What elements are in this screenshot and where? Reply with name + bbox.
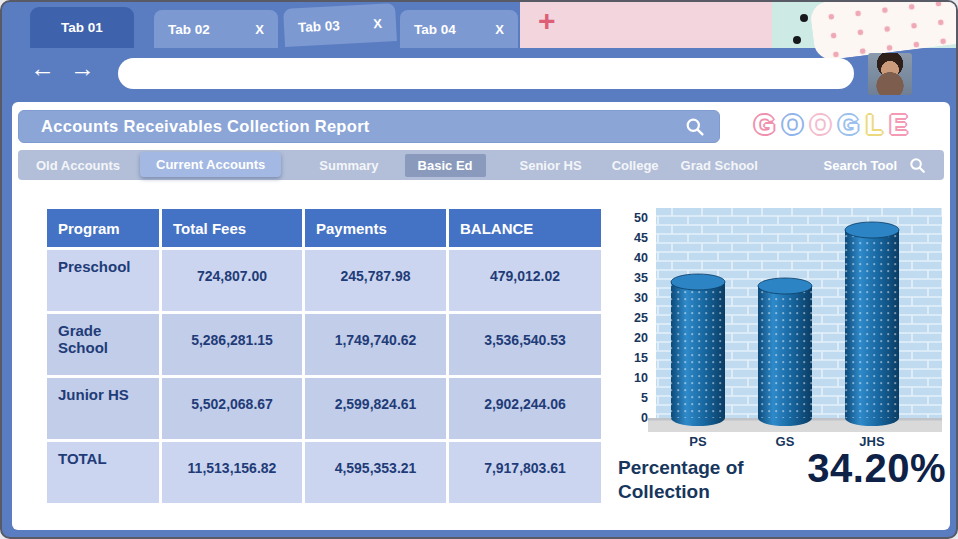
table-row total-row: TOTAL 11,513,156.82 4,595,353.21 7,917,8… bbox=[47, 442, 601, 503]
logo-letter: G bbox=[754, 110, 782, 140]
back-button[interactable]: ← bbox=[30, 56, 55, 81]
filter-current-accounts[interactable]: Current Accounts bbox=[140, 152, 281, 177]
table-header-cell: BALANCE bbox=[449, 209, 601, 247]
chart-ytick: 50 bbox=[634, 211, 648, 225]
payments-cell: 4,595,353.21 bbox=[305, 442, 446, 503]
program-cell: TOTAL bbox=[47, 442, 159, 503]
profile-avatar[interactable] bbox=[868, 53, 912, 95]
filter-grad-school[interactable]: Grad School bbox=[681, 158, 758, 173]
new-tab-button[interactable]: + bbox=[538, 4, 556, 38]
decor-dot bbox=[800, 14, 808, 22]
chart-bar bbox=[758, 278, 812, 426]
total-fees-cell: 5,502,068.67 bbox=[162, 378, 302, 439]
filter-old-accounts[interactable]: Old Accounts bbox=[36, 158, 120, 173]
decor-dot bbox=[793, 36, 801, 44]
content-card: Accounts Receivables Collection Report G… bbox=[12, 102, 950, 530]
data-table: Program Total Fees Payments BALANCE Pres… bbox=[44, 206, 604, 506]
balance-cell: 2,902,244.06 bbox=[449, 378, 601, 439]
filter-bar: Old Accounts Current Accounts Summary Ba… bbox=[18, 150, 944, 180]
report-title-bar: Accounts Receivables Collection Report bbox=[18, 110, 720, 143]
tab-label: Tab 04 bbox=[414, 22, 456, 37]
tab-label: Tab 03 bbox=[298, 18, 340, 35]
total-fees-cell: 5,286,281.15 bbox=[162, 314, 302, 375]
total-fees-cell: 724,807.00 bbox=[162, 250, 302, 311]
logo-letter: L bbox=[866, 110, 890, 140]
balance-cell: 3,536,540.53 bbox=[449, 314, 601, 375]
table-header-row: Program Total Fees Payments BALANCE bbox=[47, 209, 601, 247]
payments-cell: 245,787.98 bbox=[305, 250, 446, 311]
tab-close-icon[interactable]: X bbox=[373, 15, 382, 30]
chart-ytick: 15 bbox=[634, 351, 648, 365]
logo-letter: O bbox=[782, 110, 810, 140]
tab-label: Tab 01 bbox=[61, 20, 103, 35]
browser-window: + Tab 01 Tab 02 X Tab 03 X Tab 04 X ← → … bbox=[0, 0, 958, 539]
payments-cell: 2,599,824.61 bbox=[305, 378, 446, 439]
filter-basic-ed[interactable]: Basic Ed bbox=[405, 154, 486, 177]
google-logo: GOOGLE bbox=[754, 112, 915, 139]
table-header-cell: Program bbox=[47, 209, 159, 247]
logo-letter: G bbox=[838, 110, 866, 140]
filter-search-tool[interactable]: Search Tool bbox=[824, 158, 897, 173]
total-fees-cell: 11,513,156.82 bbox=[162, 442, 302, 503]
table-row: Grade School 5,286,281.15 1,749,740.62 3… bbox=[47, 314, 601, 375]
balance-cell: 479,012.02 bbox=[449, 250, 601, 311]
chart-ytick: 30 bbox=[634, 291, 648, 305]
program-cell: Junior HS bbox=[47, 378, 159, 439]
nav-bar: ← → bbox=[2, 48, 956, 100]
program-cell: Grade School bbox=[47, 314, 159, 375]
chart-ytick: 40 bbox=[634, 251, 648, 265]
balance-cell: 7,917,803.61 bbox=[449, 442, 601, 503]
tab-02[interactable]: Tab 02 X bbox=[154, 10, 278, 48]
table-row: Preschool 724,807.00 245,787.98 479,012.… bbox=[47, 250, 601, 311]
summary-label: Percentage of Collection bbox=[618, 456, 788, 504]
tab-strip: + Tab 01 Tab 02 X Tab 03 X Tab 04 X bbox=[2, 2, 956, 48]
forward-button[interactable]: → bbox=[70, 56, 95, 81]
chart-ytick: 0 bbox=[641, 411, 648, 425]
logo-letter: E bbox=[890, 110, 915, 140]
chart-bar bbox=[845, 222, 899, 426]
tab-label: Tab 02 bbox=[168, 22, 210, 37]
payments-cell: 1,749,740.62 bbox=[305, 314, 446, 375]
program-cell: Preschool bbox=[47, 250, 159, 311]
chart-ytick: 45 bbox=[634, 231, 648, 245]
decor-pink-panel bbox=[520, 2, 774, 48]
filter-senior-hs[interactable]: Senior HS bbox=[520, 158, 582, 173]
table-header-cell: Total Fees bbox=[162, 209, 302, 247]
filter-search-icon[interactable] bbox=[909, 157, 926, 174]
collection-bar-chart: 05101520253035404550PSGSJHS bbox=[620, 206, 942, 456]
page-title: Accounts Receivables Collection Report bbox=[19, 117, 370, 136]
tab-close-icon[interactable]: X bbox=[495, 22, 504, 37]
title-search-icon[interactable] bbox=[685, 117, 705, 137]
filter-summary[interactable]: Summary bbox=[319, 158, 378, 173]
chart-category-label: PS bbox=[689, 434, 707, 449]
tab-03[interactable]: Tab 03 X bbox=[283, 3, 397, 47]
chart-ytick: 5 bbox=[641, 391, 648, 405]
chart-ytick: 25 bbox=[634, 311, 648, 325]
tab-close-icon[interactable]: X bbox=[255, 22, 264, 37]
tab-01[interactable]: Tab 01 bbox=[30, 7, 134, 48]
logo-letter: O bbox=[810, 110, 838, 140]
chart-ytick: 10 bbox=[634, 371, 648, 385]
address-bar[interactable] bbox=[118, 58, 854, 89]
tab-04[interactable]: Tab 04 X bbox=[400, 10, 518, 48]
table-row: Junior HS 5,502,068.67 2,599,824.61 2,90… bbox=[47, 378, 601, 439]
table-header-cell: Payments bbox=[305, 209, 446, 247]
chart-ytick: 35 bbox=[634, 271, 648, 285]
filter-college[interactable]: College bbox=[612, 158, 659, 173]
chart-ytick: 20 bbox=[634, 331, 648, 345]
summary-value: 34.20% bbox=[770, 446, 946, 491]
chart-bar bbox=[671, 274, 725, 426]
